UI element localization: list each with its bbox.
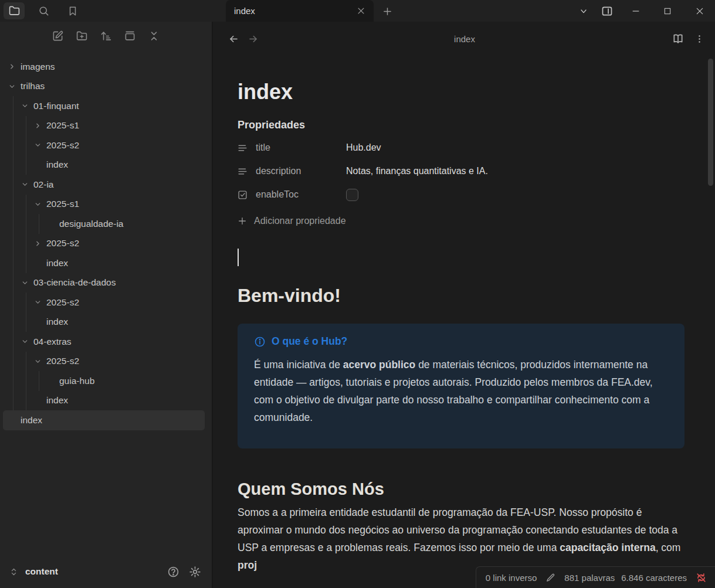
vault-footer: content [0, 555, 211, 588]
file-tree: imagenstrilhas01-finquant2025-s12025-s2i… [0, 49, 212, 430]
tree-file-index[interactable]: index [34, 312, 207, 332]
property-value[interactable]: Notas, finanças quantitativas e IA. [346, 166, 488, 176]
reading-view-button[interactable] [672, 33, 684, 45]
vault-actions [167, 566, 201, 578]
tree-file-index[interactable]: index [34, 253, 207, 273]
tree-folder-trilhas[interactable]: trilhas [8, 77, 207, 97]
close-window-button[interactable] [692, 4, 707, 19]
help-button[interactable] [167, 566, 179, 578]
tree-item-label: desigualdade-ia [59, 219, 123, 229]
new-tab-button[interactable] [380, 4, 394, 18]
chevron-right-icon[interactable] [34, 240, 42, 247]
property-key-label[interactable]: enableToc [256, 189, 299, 200]
toggle-right-sidebar-button[interactable] [599, 4, 615, 19]
vault-name: content [25, 566, 58, 577]
chevron-down-icon[interactable] [21, 279, 29, 287]
new-folder-button[interactable] [76, 30, 87, 42]
text-property-icon [238, 143, 248, 153]
tree-file-desigualdade-ia[interactable]: desigualdade-ia [47, 214, 207, 234]
tab-list-button[interactable] [576, 4, 591, 19]
tree-folder-2025-s2[interactable]: 2025-s2 [34, 135, 207, 155]
tree-folder-01-finquant[interactable]: 01-finquant [21, 96, 207, 116]
bookmark-icon [67, 6, 78, 16]
sync-disabled-icon[interactable] [696, 572, 707, 583]
tab-close-icon[interactable] [357, 6, 365, 15]
word-count[interactable]: 881 palavras [564, 573, 615, 583]
maximize-button[interactable] [660, 4, 675, 19]
file-explorer-sidebar: imagenstrilhas01-finquant2025-s12025-s2i… [0, 22, 213, 588]
tree-folder-02-ia[interactable]: 02-ia [21, 175, 207, 195]
tree-folder-2025-s2[interactable]: 2025-s2 [34, 352, 207, 372]
chevron-down-icon[interactable] [34, 358, 42, 365]
tree-folder-04-extras[interactable]: 04-extras [21, 332, 207, 352]
property-value[interactable]: Hub.dev [346, 142, 381, 153]
property-row-description[interactable]: description Notas, finanças quantitativa… [238, 159, 684, 183]
chevron-down-icon[interactable] [21, 181, 29, 188]
chevron-down-icon[interactable] [34, 298, 42, 306]
sort-order-button[interactable] [100, 30, 111, 42]
enabletoc-checkbox[interactable] [346, 189, 358, 201]
chevron-right-icon[interactable] [8, 63, 16, 70]
add-property-button[interactable]: Adicionar propriedade [238, 211, 684, 231]
more-options-button[interactable] [694, 34, 704, 44]
character-count[interactable]: 6.846 caracteres [621, 573, 687, 583]
tree-file-index[interactable]: index [34, 155, 207, 175]
text-cursor [238, 249, 239, 266]
properties-list: title Hub.dev description Notas, finança… [238, 136, 684, 206]
chevron-right-icon[interactable] [34, 122, 42, 130]
tree-file-index[interactable]: index [3, 410, 205, 430]
tree-item-label: 2025-s2 [46, 238, 79, 249]
tree-item-label: trilhas [21, 81, 45, 91]
stacked-panels-button[interactable] [124, 30, 135, 42]
new-note-button[interactable] [52, 30, 63, 42]
callout-title-text: O que é o Hub? [272, 335, 347, 348]
tree-item-label: 2025-s1 [46, 199, 79, 209]
inline-title[interactable]: index [238, 79, 684, 105]
tree-children: 2025-s2guia-hubindex [26, 352, 207, 411]
tab-title: index [234, 6, 357, 16]
info-icon [254, 336, 266, 348]
tree-item-label: 2025-s2 [46, 297, 79, 308]
tree-item-label: guia-hub [59, 376, 94, 386]
files-tab-button[interactable] [4, 2, 25, 19]
about-paragraph: Somos a a primeira entidade estudantil d… [238, 504, 684, 574]
tree-folder-2025-s2[interactable]: 2025-s2 [34, 293, 207, 312]
callout-title: O que é o Hub? [254, 335, 668, 348]
info-callout: O que é o Hub? É uma iniciativa de acerv… [238, 324, 684, 448]
plus-icon [382, 6, 392, 16]
tree-folder-2025-s2[interactable]: 2025-s2 [34, 234, 207, 254]
tree-item-label: index [46, 159, 68, 170]
tab-index[interactable]: index [226, 0, 374, 22]
tree-folder-2025-s1[interactable]: 2025-s1 [34, 116, 207, 136]
tree-folder-03-ciencia-de-dados[interactable]: 03-ciencia-de-dados [21, 273, 207, 293]
chevron-down-icon[interactable] [34, 200, 42, 208]
chevron-down-icon[interactable] [8, 83, 16, 90]
chevrons-up-down-icon [9, 567, 18, 576]
search-tab-button[interactable] [33, 2, 54, 19]
search-icon [38, 5, 49, 16]
close-icon [695, 6, 704, 16]
scrollbar-thumb[interactable] [708, 59, 713, 186]
property-key-label[interactable]: description [256, 166, 301, 176]
property-row-title[interactable]: title Hub.dev [238, 136, 684, 159]
vault-switcher[interactable]: content [9, 566, 58, 577]
tree-file-index[interactable]: index [34, 391, 207, 411]
property-key-label[interactable]: title [256, 142, 270, 153]
edit-mode-icon[interactable] [545, 573, 555, 583]
tree-folder-2025-s1[interactable]: 2025-s1 [34, 195, 207, 215]
tree-folder-imagens[interactable]: imagens [8, 57, 207, 77]
minimize-icon [631, 6, 641, 16]
chevron-down-icon[interactable] [34, 141, 42, 149]
properties-heading: Propriedades [238, 119, 684, 131]
bookmarks-tab-button[interactable] [62, 2, 83, 19]
collapse-all-button[interactable] [148, 30, 160, 42]
backlinks-count[interactable]: 0 link inverso [486, 573, 537, 583]
tree-file-guia-hub[interactable]: guia-hub [47, 371, 207, 391]
chevron-down-icon[interactable] [21, 338, 29, 345]
property-row-enabletoc[interactable]: enableToc [238, 183, 684, 206]
editor[interactable]: index Propriedades title Hub.dev [214, 56, 715, 588]
minimize-button[interactable] [628, 4, 643, 19]
settings-button[interactable] [189, 566, 201, 578]
chevron-down-icon[interactable] [21, 102, 29, 110]
tree-children: 2025-s12025-s2index [26, 116, 207, 175]
